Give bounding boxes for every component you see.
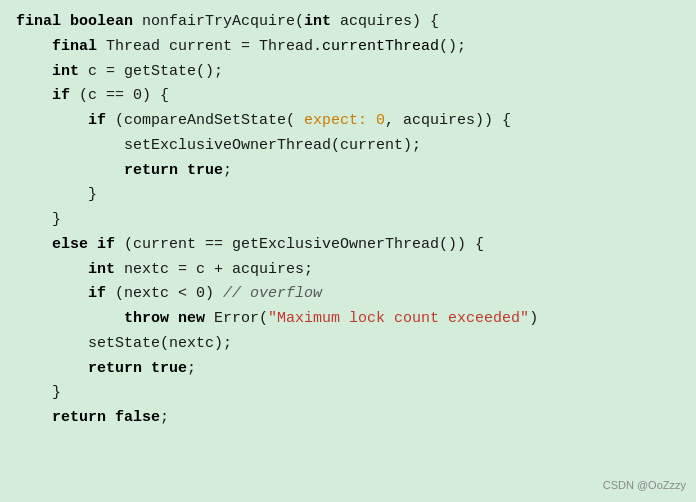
code-line: final boolean nonfairTryAcquire(int acqu…: [16, 10, 680, 35]
code-token-kw: boolean: [70, 13, 142, 30]
code-token-kw: true: [187, 162, 223, 179]
code-token-kw: int: [52, 63, 88, 80]
code-token-kw: int: [304, 13, 340, 30]
code-token-kw: if: [88, 285, 115, 302]
code-line: else if (current == getExclusiveOwnerThr…: [16, 233, 680, 258]
code-line: int nextc = c + acquires;: [16, 258, 680, 283]
code-line: setState(nextc);: [16, 332, 680, 357]
code-token-kw: false: [115, 409, 160, 426]
code-token-kw: final: [52, 38, 106, 55]
code-token-kw: return: [124, 162, 187, 179]
code-token-kw: new: [178, 310, 214, 327]
code-token-kw: int: [88, 261, 124, 278]
code-token-kw: true: [151, 360, 187, 377]
code-block: final boolean nonfairTryAcquire(int acqu…: [0, 0, 696, 502]
code-token-kw: return: [52, 409, 115, 426]
code-token-kw: final: [16, 13, 70, 30]
code-token-kw: throw: [124, 310, 178, 327]
code-token-kw: if: [88, 112, 115, 129]
code-token-kw: else: [52, 236, 97, 253]
code-line: throw new Error("Maximum lock count exce…: [16, 307, 680, 332]
code-token-string: "Maximum lock count exceeded": [268, 310, 529, 327]
code-line: if (nextc < 0) // overflow: [16, 282, 680, 307]
code-line: int c = getState();: [16, 60, 680, 85]
code-line: return false;: [16, 406, 680, 431]
code-line: setExclusiveOwnerThread(current);: [16, 134, 680, 159]
code-line: return true;: [16, 159, 680, 184]
code-line: return true;: [16, 357, 680, 382]
code-line: if (c == 0) {: [16, 84, 680, 109]
code-line: if (compareAndSetState( expect: 0, acqui…: [16, 109, 680, 134]
code-token-hint: expect: 0: [304, 112, 385, 129]
code-line: }: [16, 183, 680, 208]
watermark: CSDN @OoZzzy: [603, 476, 686, 494]
code-token-kw: if: [52, 87, 79, 104]
code-lines-container: final boolean nonfairTryAcquire(int acqu…: [16, 10, 680, 431]
code-token-method: currentThread: [322, 38, 439, 55]
code-token-kw: return: [88, 360, 151, 377]
code-line: }: [16, 208, 680, 233]
code-token-kw: if: [97, 236, 124, 253]
code-token-comment: // overflow: [223, 285, 322, 302]
code-line: }: [16, 381, 680, 406]
code-line: final Thread current = Thread.currentThr…: [16, 35, 680, 60]
